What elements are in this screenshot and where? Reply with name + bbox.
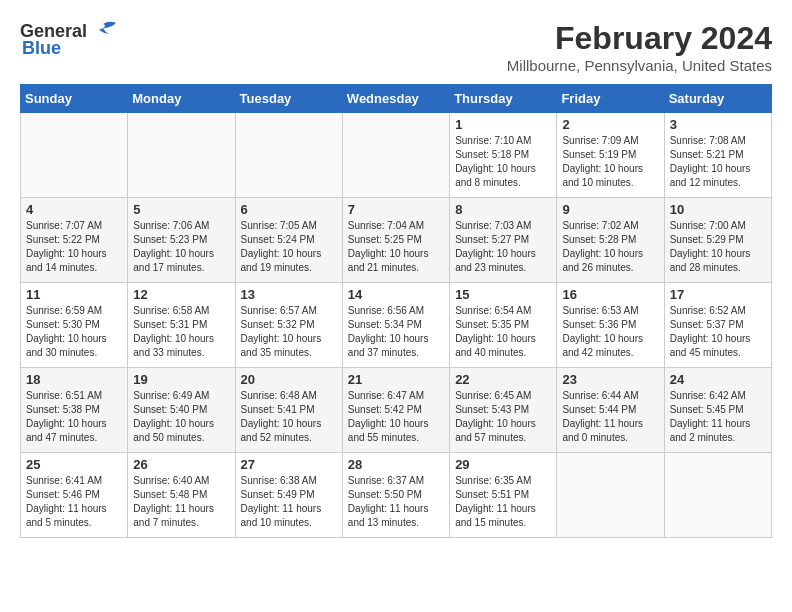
calendar-cell: 27Sunrise: 6:38 AM Sunset: 5:49 PM Dayli… [235,453,342,538]
calendar-subtitle: Millbourne, Pennsylvania, United States [507,57,772,74]
calendar-cell: 17Sunrise: 6:52 AM Sunset: 5:37 PM Dayli… [664,283,771,368]
calendar-cell [21,113,128,198]
calendar-cell: 3Sunrise: 7:08 AM Sunset: 5:21 PM Daylig… [664,113,771,198]
calendar-cell: 14Sunrise: 6:56 AM Sunset: 5:34 PM Dayli… [342,283,449,368]
calendar-title: February 2024 [507,20,772,57]
calendar-cell: 15Sunrise: 6:54 AM Sunset: 5:35 PM Dayli… [450,283,557,368]
day-number: 11 [26,287,122,302]
calendar-cell: 20Sunrise: 6:48 AM Sunset: 5:41 PM Dayli… [235,368,342,453]
header-friday: Friday [557,85,664,113]
day-info: Sunrise: 7:04 AM Sunset: 5:25 PM Dayligh… [348,219,444,275]
day-number: 15 [455,287,551,302]
page-header: General Blue February 2024 Millbourne, P… [20,20,772,74]
calendar-cell: 5Sunrise: 7:06 AM Sunset: 5:23 PM Daylig… [128,198,235,283]
calendar-cell: 25Sunrise: 6:41 AM Sunset: 5:46 PM Dayli… [21,453,128,538]
day-info: Sunrise: 7:06 AM Sunset: 5:23 PM Dayligh… [133,219,229,275]
day-number: 16 [562,287,658,302]
calendar-cell: 6Sunrise: 7:05 AM Sunset: 5:24 PM Daylig… [235,198,342,283]
day-number: 6 [241,202,337,217]
calendar-cell: 21Sunrise: 6:47 AM Sunset: 5:42 PM Dayli… [342,368,449,453]
calendar-title-block: February 2024 Millbourne, Pennsylvania, … [507,20,772,74]
day-info: Sunrise: 6:51 AM Sunset: 5:38 PM Dayligh… [26,389,122,445]
day-number: 3 [670,117,766,132]
day-info: Sunrise: 6:59 AM Sunset: 5:30 PM Dayligh… [26,304,122,360]
day-info: Sunrise: 6:45 AM Sunset: 5:43 PM Dayligh… [455,389,551,445]
logo-bird-icon [89,20,117,42]
day-info: Sunrise: 7:03 AM Sunset: 5:27 PM Dayligh… [455,219,551,275]
day-number: 26 [133,457,229,472]
day-number: 1 [455,117,551,132]
header-tuesday: Tuesday [235,85,342,113]
calendar-cell [128,113,235,198]
calendar-cell: 12Sunrise: 6:58 AM Sunset: 5:31 PM Dayli… [128,283,235,368]
day-number: 27 [241,457,337,472]
day-number: 24 [670,372,766,387]
day-number: 7 [348,202,444,217]
calendar-cell: 9Sunrise: 7:02 AM Sunset: 5:28 PM Daylig… [557,198,664,283]
logo-blue-text: Blue [22,38,61,59]
calendar-cell: 22Sunrise: 6:45 AM Sunset: 5:43 PM Dayli… [450,368,557,453]
calendar-week-0: 1Sunrise: 7:10 AM Sunset: 5:18 PM Daylig… [21,113,772,198]
day-number: 17 [670,287,766,302]
day-number: 13 [241,287,337,302]
day-number: 5 [133,202,229,217]
day-info: Sunrise: 7:05 AM Sunset: 5:24 PM Dayligh… [241,219,337,275]
day-info: Sunrise: 6:57 AM Sunset: 5:32 PM Dayligh… [241,304,337,360]
day-info: Sunrise: 6:52 AM Sunset: 5:37 PM Dayligh… [670,304,766,360]
calendar-cell: 19Sunrise: 6:49 AM Sunset: 5:40 PM Dayli… [128,368,235,453]
day-info: Sunrise: 6:54 AM Sunset: 5:35 PM Dayligh… [455,304,551,360]
header-monday: Monday [128,85,235,113]
day-info: Sunrise: 6:58 AM Sunset: 5:31 PM Dayligh… [133,304,229,360]
calendar-table: SundayMondayTuesdayWednesdayThursdayFrid… [20,84,772,538]
day-info: Sunrise: 6:37 AM Sunset: 5:50 PM Dayligh… [348,474,444,530]
calendar-cell: 13Sunrise: 6:57 AM Sunset: 5:32 PM Dayli… [235,283,342,368]
calendar-cell: 1Sunrise: 7:10 AM Sunset: 5:18 PM Daylig… [450,113,557,198]
day-number: 2 [562,117,658,132]
day-info: Sunrise: 7:10 AM Sunset: 5:18 PM Dayligh… [455,134,551,190]
day-info: Sunrise: 7:02 AM Sunset: 5:28 PM Dayligh… [562,219,658,275]
calendar-header-row: SundayMondayTuesdayWednesdayThursdayFrid… [21,85,772,113]
day-number: 25 [26,457,122,472]
calendar-cell [557,453,664,538]
day-info: Sunrise: 6:56 AM Sunset: 5:34 PM Dayligh… [348,304,444,360]
day-number: 23 [562,372,658,387]
day-number: 19 [133,372,229,387]
calendar-cell: 16Sunrise: 6:53 AM Sunset: 5:36 PM Dayli… [557,283,664,368]
day-number: 10 [670,202,766,217]
calendar-week-3: 18Sunrise: 6:51 AM Sunset: 5:38 PM Dayli… [21,368,772,453]
calendar-week-1: 4Sunrise: 7:07 AM Sunset: 5:22 PM Daylig… [21,198,772,283]
day-info: Sunrise: 6:35 AM Sunset: 5:51 PM Dayligh… [455,474,551,530]
calendar-cell: 18Sunrise: 6:51 AM Sunset: 5:38 PM Dayli… [21,368,128,453]
day-info: Sunrise: 6:40 AM Sunset: 5:48 PM Dayligh… [133,474,229,530]
calendar-week-2: 11Sunrise: 6:59 AM Sunset: 5:30 PM Dayli… [21,283,772,368]
day-info: Sunrise: 7:08 AM Sunset: 5:21 PM Dayligh… [670,134,766,190]
calendar-cell [664,453,771,538]
day-info: Sunrise: 6:42 AM Sunset: 5:45 PM Dayligh… [670,389,766,445]
header-saturday: Saturday [664,85,771,113]
calendar-cell: 10Sunrise: 7:00 AM Sunset: 5:29 PM Dayli… [664,198,771,283]
day-info: Sunrise: 7:07 AM Sunset: 5:22 PM Dayligh… [26,219,122,275]
calendar-cell: 24Sunrise: 6:42 AM Sunset: 5:45 PM Dayli… [664,368,771,453]
day-info: Sunrise: 7:00 AM Sunset: 5:29 PM Dayligh… [670,219,766,275]
day-info: Sunrise: 6:49 AM Sunset: 5:40 PM Dayligh… [133,389,229,445]
header-wednesday: Wednesday [342,85,449,113]
day-number: 28 [348,457,444,472]
calendar-cell: 4Sunrise: 7:07 AM Sunset: 5:22 PM Daylig… [21,198,128,283]
day-number: 22 [455,372,551,387]
day-number: 18 [26,372,122,387]
day-number: 21 [348,372,444,387]
day-info: Sunrise: 7:09 AM Sunset: 5:19 PM Dayligh… [562,134,658,190]
calendar-cell: 26Sunrise: 6:40 AM Sunset: 5:48 PM Dayli… [128,453,235,538]
day-info: Sunrise: 6:41 AM Sunset: 5:46 PM Dayligh… [26,474,122,530]
day-info: Sunrise: 6:47 AM Sunset: 5:42 PM Dayligh… [348,389,444,445]
calendar-cell [235,113,342,198]
logo: General Blue [20,20,117,59]
day-info: Sunrise: 6:38 AM Sunset: 5:49 PM Dayligh… [241,474,337,530]
header-sunday: Sunday [21,85,128,113]
day-number: 12 [133,287,229,302]
day-info: Sunrise: 6:53 AM Sunset: 5:36 PM Dayligh… [562,304,658,360]
day-number: 29 [455,457,551,472]
calendar-cell: 7Sunrise: 7:04 AM Sunset: 5:25 PM Daylig… [342,198,449,283]
day-info: Sunrise: 6:44 AM Sunset: 5:44 PM Dayligh… [562,389,658,445]
calendar-cell: 28Sunrise: 6:37 AM Sunset: 5:50 PM Dayli… [342,453,449,538]
